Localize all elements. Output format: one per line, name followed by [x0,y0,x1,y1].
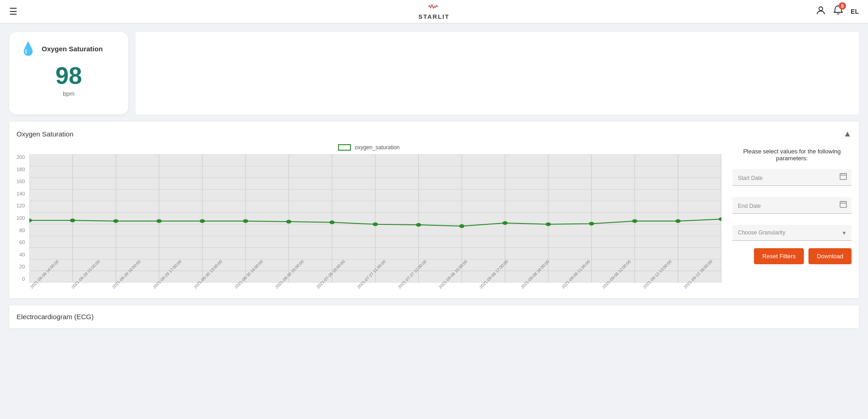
y-label: 100 [16,215,25,221]
chart-dot [373,223,378,226]
user-initials[interactable]: EL [851,8,859,15]
start-date-calendar-icon[interactable] [840,173,847,182]
controls-panel: Please select values for the following p… [732,144,852,291]
chart-area: 200 180 160 140 120 100 80 60 40 20 0 [16,154,721,291]
chart-dot [330,221,335,224]
oxygen-saturation-card: 💧 Oxygen Saturation 98 bpm [9,32,128,114]
controls-buttons: Reset Filters Download [732,248,852,264]
y-label: 160 [16,179,25,184]
menu-icon[interactable]: ☰ [9,6,17,17]
logo-text: STARLIT [419,13,450,20]
y-label: 140 [16,191,25,196]
y-label: 40 [19,252,25,257]
granularity-select-wrapper[interactable]: Choose Granularity Daily Weekly Monthly … [732,225,852,241]
chart-wrapper: oxygen_saturation 200 180 160 140 120 10… [16,144,721,291]
chart-dot [243,219,248,223]
chart-dot [676,219,681,223]
start-date-label: Start Date [738,175,763,181]
chart-dot [502,221,508,225]
y-label: 80 [19,228,25,233]
svg-point-0 [819,7,823,11]
metric-value: 98 [20,64,117,87]
chart-dot [459,224,464,228]
chart-dot [70,218,75,222]
account-icon[interactable] [816,5,826,18]
app-logo: STARLIT [419,3,450,20]
download-button[interactable]: Download [808,248,852,264]
oxygen-saturation-chart-section: Oxygen Saturation ▲ oxygen_saturation 20… [9,122,859,298]
logo-heart-icon [428,3,439,13]
chart-dot [589,222,594,225]
granularity-select[interactable]: Choose Granularity Daily Weekly Monthly [732,225,852,241]
header-actions: 8 EL [816,5,859,18]
notification-icon[interactable]: 8 [833,5,843,18]
y-label: 60 [19,239,25,245]
chart-dot [113,219,118,223]
line-chart-svg [29,154,721,283]
y-label: 180 [16,167,25,172]
drop-icon: 💧 [20,41,36,56]
end-date-label: End Date [738,203,761,209]
svg-rect-31 [840,174,846,180]
notification-badge: 8 [839,2,846,10]
chart-svg-container: 2021-06-08 14:00:00 2021-06-29 15:00:00 … [29,154,721,291]
end-date-calendar-icon[interactable] [840,201,847,210]
chart-legend: oxygen_saturation [16,144,721,151]
reset-filters-button[interactable]: Reset Filters [754,248,804,264]
chart-dot [157,219,162,223]
start-date-field[interactable]: Start Date [732,169,852,186]
card-title: Oxygen Saturation [42,45,103,53]
ecg-section: Electrocardiogram (ECG) [9,305,859,328]
right-card-placeholder [136,32,859,114]
y-label: 20 [19,264,25,269]
chart-dot [416,223,421,227]
svg-rect-35 [840,201,846,207]
y-label: 200 [16,154,25,160]
end-date-field[interactable]: End Date [732,197,852,214]
ecg-section-title: Electrocardiogram (ECG) [16,313,93,321]
chart-dot [286,220,291,223]
collapse-icon[interactable]: ▲ [843,129,852,139]
chart-dot [200,219,205,223]
cards-row: 💧 Oxygen Saturation 98 bpm [9,32,859,114]
chart-section-title: Oxygen Saturation [16,130,73,138]
x-axis-labels: 2021-06-08 14:00:00 2021-06-29 15:00:00 … [29,286,721,291]
chart-dot [546,223,551,226]
controls-title: Please select values for the following p… [732,148,852,162]
y-label: 120 [16,203,25,208]
main-content: 💧 Oxygen Saturation 98 bpm Oxygen Satura… [0,23,868,337]
app-header: ☰ STARLIT 8 EL [0,0,868,23]
y-label: 0 [22,276,25,282]
chart-and-controls: oxygen_saturation 200 180 160 140 120 10… [16,144,852,291]
metric-unit: bpm [20,90,117,97]
y-axis: 200 180 160 140 120 100 80 60 40 20 0 [16,154,27,283]
legend-label: oxygen_saturation [355,144,399,151]
legend-color-box [338,144,351,151]
chart-dot [632,219,637,223]
